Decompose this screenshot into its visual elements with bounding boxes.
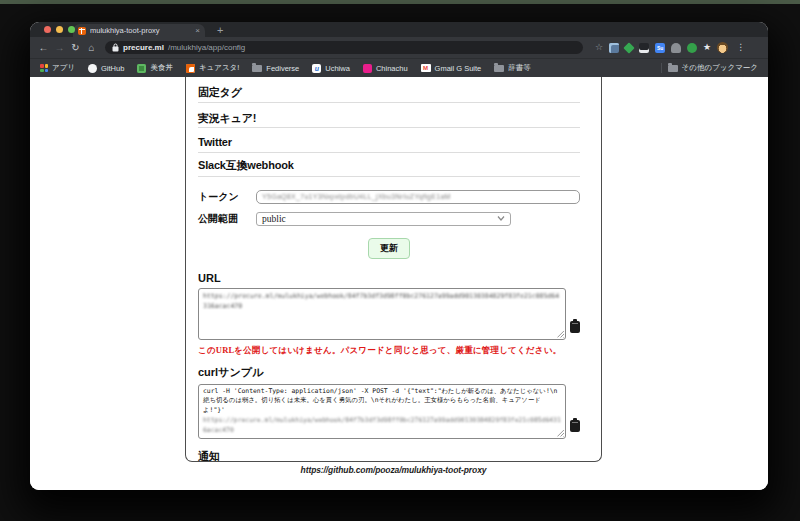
divider xyxy=(198,102,580,103)
extension-dark-icon[interactable] xyxy=(639,43,649,53)
curl-command: curl -H 'Content-Type: application/json'… xyxy=(203,387,557,415)
token-input[interactable]: Y5GaQ8X_7u1Y3NxpxtpdbU4LL_jXbu3NrIuZYqfi… xyxy=(256,190,580,204)
profile-avatar[interactable] xyxy=(717,42,728,53)
zoom-window-button[interactable] xyxy=(68,26,75,33)
pink-square-icon xyxy=(363,64,372,73)
site-favicon-icon xyxy=(78,27,86,35)
section-heading-slack-webhook: Slack互換webhook xyxy=(198,159,580,172)
config-panel: 固定タグ 実況キュア! Twitter Slack互換webhook トークン … xyxy=(185,77,602,462)
tab-close-icon[interactable]: × xyxy=(195,27,200,35)
bookmark-chinachu[interactable]: Chinachu xyxy=(363,64,408,73)
visibility-label: 公開範囲 xyxy=(198,212,256,226)
bookmark-uchiwa[interactable]: u Uchiwa xyxy=(312,64,350,73)
folder-icon xyxy=(668,65,678,72)
new-tab-button[interactable]: + xyxy=(217,25,223,36)
bookmark-bishokudon[interactable]: 美食丼 xyxy=(137,63,173,73)
visibility-select[interactable]: public xyxy=(256,212,511,226)
resize-handle[interactable] xyxy=(557,331,564,338)
update-button-row: 更新 xyxy=(198,237,580,259)
home-icon[interactable]: ⌂ xyxy=(86,43,97,53)
apps-grid-icon xyxy=(40,64,48,72)
token-value-blurred: Y5GaQ8X_7u1Y3NxpxtpdbU4LL_jXbu3NrIuZYqfi… xyxy=(262,193,451,200)
section-heading-fixed-tag: 固定タグ xyxy=(198,86,580,99)
bookmark-gmail[interactable]: M Gmail G Suite xyxy=(421,64,482,73)
close-window-button[interactable] xyxy=(44,26,51,33)
back-icon[interactable]: ← xyxy=(38,43,49,53)
url-path: /mulukhiya/app/config xyxy=(168,43,245,52)
copy-to-clipboard-icon[interactable] xyxy=(570,420,580,432)
divider xyxy=(198,127,580,128)
curl-textarea-row: curl -H 'Content-Type: application/json'… xyxy=(198,384,580,439)
visibility-selected-value: public xyxy=(262,214,286,224)
green-square-icon xyxy=(137,64,146,73)
copy-to-clipboard-icon[interactable] xyxy=(570,321,580,333)
tab-title: mulukhiya-toot-proxy xyxy=(90,26,191,35)
minimize-window-button[interactable] xyxy=(56,26,63,33)
forward-icon[interactable]: → xyxy=(54,43,65,53)
github-repo-link[interactable]: https://github.com/pooza/mulukhiya-toot-… xyxy=(185,465,602,475)
curl-url-blurred: https://precure.ml/mulukhiya/webhook/84f… xyxy=(203,416,561,434)
other-bookmarks-area: その他のブックマーク xyxy=(661,63,758,73)
folder-icon xyxy=(494,65,504,72)
folder-icon xyxy=(252,65,262,72)
update-button[interactable]: 更新 xyxy=(368,238,410,259)
divider xyxy=(198,176,580,177)
browser-toolbar: ← → ↻ ⌂ precure.ml /mulukhiya/app/config… xyxy=(30,37,768,58)
webhook-url-textarea[interactable]: https://precure.ml/mulukhiya/webhook/84f… xyxy=(198,288,566,340)
toolbar-extensions: ☆ Su ★ ⋮ xyxy=(595,42,745,53)
bookmark-folder-dictionaries[interactable]: 辞書等 xyxy=(494,63,531,73)
url-warning-text: このURLを公開してはいけません。パスワードと同じと思って、厳重に管理してくださ… xyxy=(198,345,580,357)
curl-sample-textarea[interactable]: curl -H 'Content-Type: application/json'… xyxy=(198,384,566,439)
url-textarea-row: https://precure.ml/mulukhiya/webhook/84f… xyxy=(198,288,580,340)
token-row: トークン Y5GaQ8X_7u1Y3NxpxtpdbU4LL_jXbu3NrIu… xyxy=(198,190,580,204)
section-heading-notification: 通知 xyxy=(198,450,580,462)
extension-gray-icon[interactable] xyxy=(671,43,681,53)
window-controls xyxy=(44,26,75,33)
url-heading: URL xyxy=(198,272,580,284)
orange-square-icon xyxy=(186,64,195,73)
bookmarks-bar: アプリ GitHub 美食丼 キュアスタ! Fediverse u Uchiwa… xyxy=(30,58,768,77)
webhook-url-value-blurred: https://precure.ml/mulukhiya/webhook/84f… xyxy=(203,291,561,312)
chrome-menu-icon[interactable]: ⋮ xyxy=(736,43,745,52)
url-domain: precure.ml xyxy=(123,43,164,52)
bookmark-star-icon[interactable]: ☆ xyxy=(595,43,603,52)
page-viewport: 固定タグ 実況キュア! Twitter Slack互換webhook トークン … xyxy=(30,77,768,490)
extension-star-icon[interactable]: ★ xyxy=(703,43,711,52)
address-bar[interactable]: precure.ml /mulukhiya/app/config xyxy=(105,41,583,54)
browser-window: mulukhiya-toot-proxy × + ← → ↻ ⌂ precure… xyxy=(30,22,768,490)
divider xyxy=(198,152,580,153)
extension-green-icon[interactable] xyxy=(687,43,697,53)
bookmark-cyuresta[interactable]: キュアスタ! xyxy=(186,63,239,73)
extension-smartup-icon[interactable]: Su xyxy=(655,43,665,53)
uchiwa-icon: u xyxy=(312,64,321,73)
section-heading-twitter: Twitter xyxy=(198,136,580,149)
curl-sample-heading: curlサンプル xyxy=(198,365,580,380)
bookmark-folder-fediverse[interactable]: Fediverse xyxy=(252,64,299,73)
bookmark-apps[interactable]: アプリ xyxy=(40,63,75,73)
tab-strip: mulukhiya-toot-proxy × + xyxy=(30,22,768,37)
desktop-wallpaper-edge xyxy=(0,0,800,4)
chevron-down-icon xyxy=(497,216,505,221)
lock-icon xyxy=(112,43,119,52)
token-label: トークン xyxy=(198,190,256,204)
gmail-icon: M xyxy=(421,64,431,72)
reload-icon[interactable]: ↻ xyxy=(70,43,81,53)
divider xyxy=(661,63,662,73)
bookmark-github[interactable]: GitHub xyxy=(88,64,124,73)
extension-diamond-icon[interactable] xyxy=(623,42,634,53)
extension-photo-icon[interactable] xyxy=(609,43,619,53)
visibility-row: 公開範囲 public xyxy=(198,212,580,226)
other-bookmarks-button[interactable]: その他のブックマーク xyxy=(668,63,758,73)
github-icon xyxy=(88,64,97,73)
section-heading-live-cure: 実況キュア! xyxy=(198,112,580,125)
active-tab[interactable]: mulukhiya-toot-proxy × xyxy=(73,24,205,37)
